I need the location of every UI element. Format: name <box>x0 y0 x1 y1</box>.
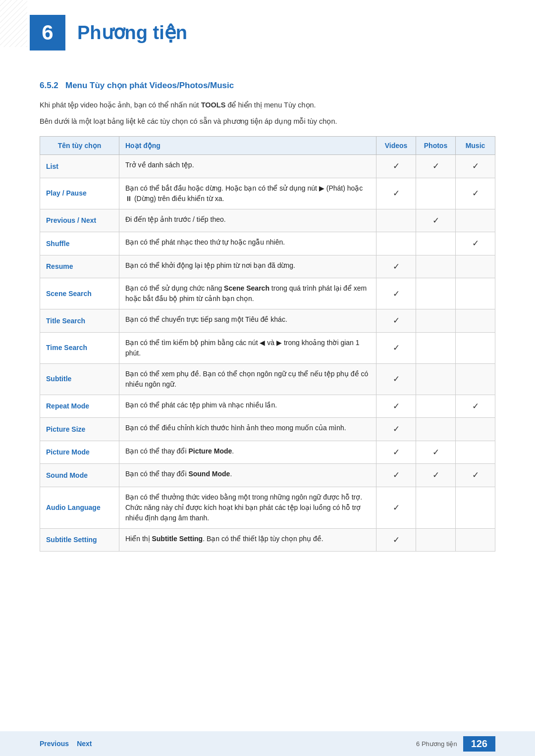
photos-check: ✓ <box>416 441 456 464</box>
photos-check <box>416 487 456 528</box>
table-row: Subtitle SettingHiển thị Subtitle Settin… <box>40 528 495 552</box>
option-name: Shuffle <box>40 232 119 255</box>
footer-chapter-label: 6 Phương tiện <box>416 740 457 748</box>
option-description: Trở về danh sách tệp. <box>119 155 376 178</box>
option-description: Bạn có thể phát các tệp phim và nhạc nhi… <box>119 395 376 418</box>
videos-check: ✓ <box>376 178 416 209</box>
option-name: Subtitle <box>40 363 119 395</box>
main-content: 6.5.2 Menu Tùy chọn phát Videos/Photos/M… <box>0 60 535 591</box>
music-check: ✓ <box>456 178 495 209</box>
music-check <box>456 441 495 464</box>
section-title: Menu Tùy chọn phát Videos/Photos/Music <box>65 81 234 90</box>
music-check: ✓ <box>456 155 495 178</box>
option-name: Title Search <box>40 309 119 333</box>
table-row: Play / PauseBạn có thể bắt đầu hoặc dừng… <box>40 178 495 209</box>
videos-check: ✓ <box>376 278 416 309</box>
intro-line-2: Bên dưới là một loạt bảng liệt kê các tù… <box>40 116 495 127</box>
music-check <box>456 332 495 363</box>
section-heading: 6.5.2 Menu Tùy chọn phát Videos/Photos/M… <box>40 80 495 91</box>
table-row: Previous / NextĐi đến tệp ảnh trước / ti… <box>40 209 495 232</box>
col-header-videos: Videos <box>376 137 416 155</box>
music-check <box>456 278 495 309</box>
option-description: Bạn có thể điều chỉnh kích thước hình ản… <box>119 418 376 441</box>
table-row: Audio LanguageBạn có thể thưởng thức vid… <box>40 487 495 528</box>
table-row: ResumeBạn có thể khởi động lại tệp phim … <box>40 255 495 278</box>
music-check <box>456 363 495 395</box>
option-name: Picture Mode <box>40 441 119 464</box>
videos-check: ✓ <box>376 155 416 178</box>
previous-button[interactable]: Previous <box>40 740 69 748</box>
photos-check <box>416 332 456 363</box>
section-number: 6.5.2 <box>40 81 58 90</box>
photos-check <box>416 309 456 333</box>
table-row: SubtitleBạn có thể xem phụ đề. Bạn có th… <box>40 363 495 395</box>
photos-check <box>416 232 456 255</box>
music-check <box>456 209 495 232</box>
svg-rect-1 <box>0 0 27 47</box>
music-check <box>456 255 495 278</box>
music-check: ✓ <box>456 395 495 418</box>
options-table: Tên tùy chọn Hoạt động Videos Photos Mus… <box>40 136 495 552</box>
videos-check: ✓ <box>376 255 416 278</box>
option-description: Hiển thị Subtitle Setting. Bạn có thể th… <box>119 528 376 552</box>
table-row: Time SearchBạn có thể tìm kiếm bộ phim b… <box>40 332 495 363</box>
videos-check: ✓ <box>376 332 416 363</box>
videos-check: ✓ <box>376 464 416 487</box>
videos-check: ✓ <box>376 418 416 441</box>
footer-right: 6 Phương tiện 126 <box>416 736 495 752</box>
photos-check <box>416 278 456 309</box>
option-name: Picture Size <box>40 418 119 441</box>
photos-check <box>416 178 456 209</box>
videos-check: ✓ <box>376 309 416 333</box>
option-name: Subtitle Setting <box>40 528 119 552</box>
option-description: Bạn có thể phát nhạc theo thứ tự hoặc ng… <box>119 232 376 255</box>
footer-navigation: Previous Next <box>40 740 92 748</box>
photos-check: ✓ <box>416 464 456 487</box>
photos-check <box>416 418 456 441</box>
videos-check <box>376 209 416 232</box>
videos-check: ✓ <box>376 363 416 395</box>
chapter-title: Phương tiện <box>77 22 187 44</box>
col-header-photos: Photos <box>416 137 456 155</box>
page-footer: Previous Next 6 Phương tiện 126 <box>0 731 535 756</box>
photos-check <box>416 528 456 552</box>
option-name: Scene Search <box>40 278 119 309</box>
table-header-row: Tên tùy chọn Hoạt động Videos Photos Mus… <box>40 137 495 155</box>
intro-line-1: Khi phát tệp video hoặc ảnh, bạn có thể … <box>40 100 495 111</box>
col-header-action: Hoạt động <box>119 137 376 155</box>
option-description: Bạn có thể khởi động lại tệp phim từ nơi… <box>119 255 376 278</box>
page-number: 126 <box>463 736 495 752</box>
option-description: Bạn có thể sử dụng chức năng Scene Searc… <box>119 278 376 309</box>
option-description: Bạn có thể tìm kiếm bộ phim bằng các nút… <box>119 332 376 363</box>
photos-check <box>416 255 456 278</box>
chapter-badge: 6 <box>30 15 65 50</box>
music-check <box>456 418 495 441</box>
col-header-music: Music <box>456 137 495 155</box>
photos-check: ✓ <box>416 155 456 178</box>
videos-check: ✓ <box>376 528 416 552</box>
option-name: Repeat Mode <box>40 395 119 418</box>
table-row: Title SearchBạn có thể chuyển trực tiếp … <box>40 309 495 333</box>
option-description: Bạn có thể bắt đầu hoặc dừng. Hoặc bạn c… <box>119 178 376 209</box>
table-row: Repeat ModeBạn có thể phát các tệp phim … <box>40 395 495 418</box>
option-description: Bạn có thể chuyển trực tiếp sang một Tiê… <box>119 309 376 333</box>
next-button[interactable]: Next <box>77 740 92 748</box>
music-check <box>456 487 495 528</box>
photos-check: ✓ <box>416 209 456 232</box>
videos-check <box>376 232 416 255</box>
option-name: List <box>40 155 119 178</box>
table-row: ListTrở về danh sách tệp.✓✓✓ <box>40 155 495 178</box>
music-check: ✓ <box>456 232 495 255</box>
option-name: Sound Mode <box>40 464 119 487</box>
music-check <box>456 309 495 333</box>
videos-check: ✓ <box>376 487 416 528</box>
music-check: ✓ <box>456 464 495 487</box>
table-row: Picture ModeBạn có thể thay đổi Picture … <box>40 441 495 464</box>
option-name: Play / Pause <box>40 178 119 209</box>
table-row: Scene SearchBạn có thể sử dụng chức năng… <box>40 278 495 309</box>
option-name: Resume <box>40 255 119 278</box>
option-name: Audio Language <box>40 487 119 528</box>
option-description: Bạn có thể thay đổi Picture Mode. <box>119 441 376 464</box>
photos-check <box>416 363 456 395</box>
music-check <box>456 528 495 552</box>
